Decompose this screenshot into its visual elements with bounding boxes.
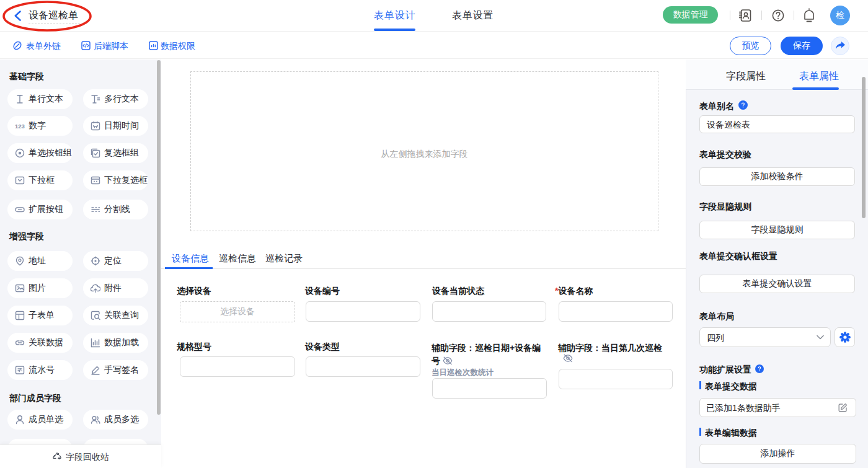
svg-text:123: 123 xyxy=(15,123,25,130)
